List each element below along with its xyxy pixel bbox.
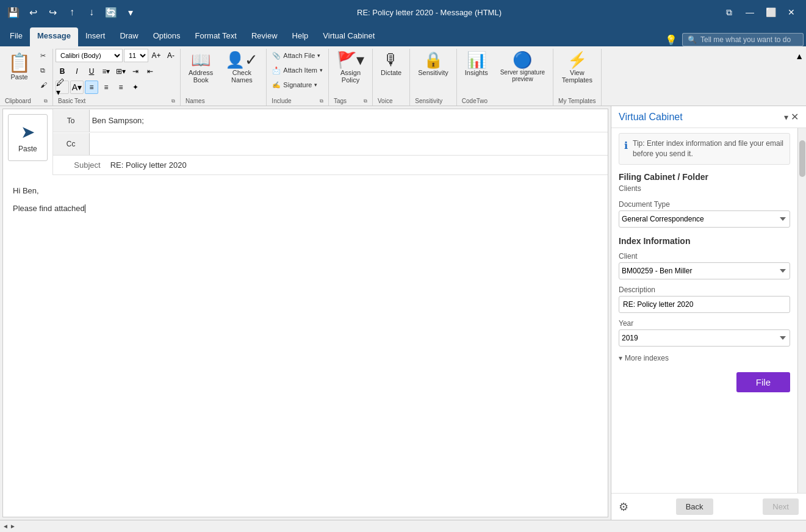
vc-scrollbar-thumb[interactable] <box>799 140 805 177</box>
vc-close-button[interactable]: ✕ <box>791 111 799 123</box>
indent-decrease-button[interactable]: ⇤ <box>143 65 157 78</box>
indent-increase-button[interactable]: ⇥ <box>129 65 142 78</box>
vc-body: ℹ Tip: Enter index information and file … <box>611 128 797 493</box>
window-controls: ⧉ — ⬜ ✕ <box>719 4 801 21</box>
ribbon-group-my-templates: ⚡ ViewTemplates My Templates <box>553 49 602 106</box>
to-button[interactable]: To <box>53 110 90 132</box>
ribbon-collapse-button[interactable]: ▲ <box>795 51 804 61</box>
underline-button[interactable]: U <box>85 65 98 78</box>
view-templates-button[interactable]: ⚡ ViewTemplates <box>556 49 598 87</box>
send-button[interactable]: ➤ Paste <box>8 114 48 161</box>
redo-button[interactable]: ↪ <box>44 4 61 21</box>
email-top: ➤ Paste To Cc Subject <box>3 109 608 175</box>
compact-view-button[interactable]: ⧉ <box>719 4 739 21</box>
minimize-button[interactable]: — <box>740 4 760 21</box>
vc-back-button[interactable]: Back <box>676 498 713 515</box>
search-input[interactable] <box>700 35 798 44</box>
format-painter-button[interactable]: 🖌 <box>37 78 50 92</box>
attach-item-button[interactable]: 📩 Attach Item ▾ <box>269 63 326 77</box>
attach-file-button[interactable]: 📎 Attach File ▾ <box>269 49 323 62</box>
maximize-button[interactable]: ⬜ <box>761 4 780 21</box>
subject-input[interactable] <box>108 157 608 173</box>
align-right-button[interactable]: ≡ <box>114 81 128 94</box>
server-signature-button[interactable]: 🔵 Server signaturepreview <box>495 49 550 85</box>
email-body[interactable]: Hi Ben, Please find attached <box>3 175 608 517</box>
include-content: 📎 Attach File ▾ 📩 Attach Item ▾ ✍ Signat… <box>269 49 326 95</box>
font-family-select[interactable]: Calibri (Body) <box>56 49 123 62</box>
scroll-right-arrow[interactable]: ► <box>10 523 16 530</box>
bullets-button[interactable]: ≡▾ <box>99 65 113 78</box>
italic-button[interactable]: I <box>70 65 84 78</box>
document-type-select[interactable]: General Correspondence Invoice Contract … <box>619 210 790 228</box>
tab-file[interactable]: File <box>2 27 30 46</box>
signature-button[interactable]: ✍ Signature ▾ <box>269 78 320 92</box>
year-select[interactable]: 2019 2020 2021 2022 <box>619 329 790 347</box>
file-button[interactable]: File <box>736 372 790 392</box>
font-size-decrease-button[interactable]: A- <box>164 49 178 62</box>
font-size-select[interactable]: 11 <box>124 49 148 62</box>
client-select[interactable]: BM00259 - Ben Miller JS00100 - John Smit… <box>619 262 790 279</box>
tab-draw[interactable]: Draw <box>112 27 145 46</box>
include-expand-icon[interactable]: ⧉ <box>320 98 323 104</box>
tab-review[interactable]: Review <box>244 27 285 46</box>
move-down-button[interactable]: ↓ <box>83 4 100 21</box>
to-input[interactable] <box>90 111 608 130</box>
vc-scrollbar[interactable] <box>797 128 806 493</box>
align-left-button[interactable]: ≡ <box>85 81 98 94</box>
vc-dropdown-button[interactable]: ▾ <box>784 112 788 122</box>
cut-button[interactable]: ✂ <box>37 49 50 62</box>
more-indexes-button[interactable]: ▾ More indexes <box>619 354 790 362</box>
view-templates-icon: ⚡ <box>567 52 587 68</box>
refresh-button[interactable]: 🔄 <box>103 4 120 21</box>
server-signature-icon: 🔵 <box>513 52 532 68</box>
customize-qat-button[interactable]: ▾ <box>122 4 139 21</box>
insights-button[interactable]: 📊 Insights <box>459 49 494 79</box>
title-bar: 💾 ↩ ↪ ↑ ↓ 🔄 ▾ RE: Policy letter 2020 - M… <box>0 0 806 24</box>
clipboard-expand-icon[interactable]: ⧉ <box>44 98 48 104</box>
cc-input[interactable] <box>90 134 608 153</box>
align-center-button[interactable]: ≡ <box>99 81 113 94</box>
tell-me-search[interactable]: 🔍 <box>682 33 804 46</box>
paste-button[interactable]: 📋 Paste <box>2 49 36 84</box>
sensitivity-button[interactable]: 🔒 Sensitivity <box>412 49 454 79</box>
dictate-button[interactable]: 🎙 Dictate <box>375 49 407 79</box>
names-label: Names <box>183 96 264 106</box>
check-names-button[interactable]: 👤✓ CheckNames <box>220 49 264 87</box>
cc-button[interactable]: Cc <box>53 133 90 155</box>
description-input[interactable] <box>619 296 790 313</box>
font-size-increase-button[interactable]: A+ <box>149 49 163 62</box>
save-button[interactable]: 💾 <box>5 4 22 21</box>
text-highlight-button[interactable]: 🖊▾ <box>56 81 69 94</box>
view-templates-label: ViewTemplates <box>562 69 592 84</box>
numbering-button[interactable]: ⊞▾ <box>114 65 128 78</box>
send-icon: ➤ <box>21 122 35 142</box>
address-book-button[interactable]: 📖 AddressBook <box>183 49 218 87</box>
tab-format-text[interactable]: Format Text <box>188 27 244 46</box>
vc-settings-button[interactable]: ⚙ <box>619 500 628 514</box>
tags-expand-icon[interactable]: ⧉ <box>364 98 367 104</box>
tab-virtual-cabinet[interactable]: Virtual Cabinet <box>315 27 382 46</box>
close-button[interactable]: ✕ <box>782 4 801 21</box>
subject-label: Subject <box>53 160 108 170</box>
copy-button[interactable]: ⧉ <box>37 63 50 77</box>
vc-next-button[interactable]: Next <box>763 498 799 515</box>
attach-file-arrow: ▾ <box>317 52 320 59</box>
basic-text-expand-icon[interactable]: ⧉ <box>171 98 175 104</box>
tab-insert[interactable]: Insert <box>78 27 113 46</box>
bold-button[interactable]: B <box>56 65 69 78</box>
tab-help[interactable]: Help <box>285 27 316 46</box>
vc-header-controls: ▾ ✕ <box>784 111 799 123</box>
undo-button[interactable]: ↩ <box>24 4 41 21</box>
virtual-cabinet-panel: Virtual Cabinet ▾ ✕ ℹ Tip: Enter index i… <box>611 106 806 520</box>
include-label: Include ⧉ <box>269 96 326 106</box>
tab-message[interactable]: Message <box>30 27 78 46</box>
font-color-button[interactable]: A▾ <box>70 81 84 94</box>
scroll-left-arrow[interactable]: ◄ <box>2 523 9 530</box>
move-up-button[interactable]: ↑ <box>63 4 81 21</box>
tab-options[interactable]: Options <box>146 27 188 46</box>
voice-label: Voice <box>375 96 407 106</box>
clear-format-button[interactable]: ✦ <box>129 81 142 94</box>
ribbon-group-names: 📖 AddressBook 👤✓ CheckNames Names <box>181 49 267 106</box>
assign-policy-button[interactable]: 🚩▾ AssignPolicy <box>331 49 370 87</box>
lightbulb-icon: 💡 <box>665 34 677 46</box>
